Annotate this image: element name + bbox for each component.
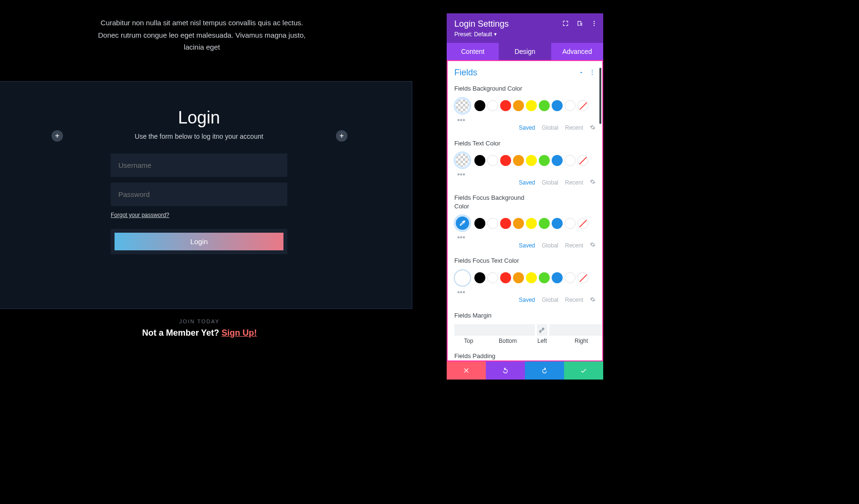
swatches-text (454, 152, 596, 168)
global-tab-text[interactable]: Global (542, 179, 558, 186)
recent-tab-fbg[interactable]: Recent (565, 242, 583, 249)
swatch-empty[interactable] (565, 155, 576, 166)
member-line: Not a Member Yet? Sign Up! (0, 328, 399, 338)
recent-tab-ft[interactable]: Recent (565, 297, 583, 303)
gear-icon[interactable] (590, 242, 596, 249)
swatch-red[interactable] (500, 100, 511, 111)
swatch-current-bg[interactable] (454, 98, 471, 114)
swatch-none[interactable] (577, 155, 588, 166)
link-icon[interactable] (537, 324, 547, 336)
swatch-none[interactable] (577, 100, 588, 111)
swatch-yellow[interactable] (526, 272, 537, 283)
redo-button[interactable] (525, 361, 564, 380)
swatch-black[interactable] (474, 155, 485, 166)
gear-icon[interactable] (590, 297, 596, 304)
recent-tab-bg[interactable]: Recent (565, 124, 583, 131)
swatch-orange[interactable] (513, 100, 524, 111)
swatch-red[interactable] (500, 155, 511, 166)
swatch-black[interactable] (474, 100, 485, 111)
swatch-white[interactable] (487, 218, 498, 229)
chevron-up-icon[interactable] (578, 69, 584, 77)
panel-header[interactable]: Login Settings Preset: Default▼ (447, 13, 603, 43)
more-swatches-focus-bg[interactable]: ••• (457, 233, 596, 242)
swatch-green[interactable] (539, 100, 550, 111)
swatch-black[interactable] (474, 218, 485, 229)
login-subtitle: Use the form below to log itno your acco… (111, 133, 287, 140)
swatch-yellow[interactable] (526, 100, 537, 111)
swatch-blue[interactable] (552, 100, 563, 111)
settings-panel: Login Settings Preset: Default▼ Content … (447, 13, 603, 380)
gear-icon[interactable] (590, 179, 596, 186)
more-swatches-text[interactable]: ••• (457, 170, 596, 179)
swatch-green[interactable] (539, 218, 550, 229)
swatch-red[interactable] (500, 218, 511, 229)
global-tab-bg[interactable]: Global (542, 124, 558, 131)
undo-button[interactable] (486, 361, 525, 380)
saved-tab-bg[interactable]: Saved (519, 124, 535, 131)
svg-point-1 (594, 23, 595, 24)
eyedropper-icon[interactable] (454, 215, 471, 231)
panel-footer (447, 361, 603, 380)
saved-tab-fbg[interactable]: Saved (519, 242, 535, 249)
swatch-yellow[interactable] (526, 218, 537, 229)
save-button[interactable] (564, 361, 603, 380)
swatch-empty[interactable] (565, 218, 576, 229)
cancel-button[interactable] (447, 361, 486, 380)
margin-bottom-input[interactable] (549, 324, 603, 336)
scrollbar[interactable] (599, 68, 601, 124)
swatch-white[interactable] (487, 272, 498, 283)
label-fields-padding: Fields Padding (454, 352, 596, 360)
section-kebab-icon[interactable]: ⋮ (589, 69, 596, 77)
swatch-none[interactable] (577, 272, 588, 283)
preset-dropdown[interactable]: Preset: Default▼ (454, 29, 596, 38)
responsive-icon[interactable] (576, 20, 583, 29)
global-tab-ft[interactable]: Global (542, 297, 558, 303)
more-swatches-bg[interactable]: ••• (457, 116, 596, 124)
gear-icon[interactable] (590, 124, 596, 132)
swatch-blue[interactable] (552, 218, 563, 229)
swatch-red[interactable] (500, 272, 511, 283)
more-swatches-focus-text[interactable]: ••• (457, 288, 596, 297)
swatch-orange[interactable] (513, 272, 524, 283)
label-fields-bg: Fields Background Color (454, 84, 596, 93)
username-input[interactable] (111, 154, 287, 177)
swatch-current-focus-text[interactable] (454, 270, 471, 286)
swatch-white[interactable] (487, 155, 498, 166)
swatch-black[interactable] (474, 272, 485, 283)
kebab-icon[interactable] (591, 20, 597, 29)
saved-tab-text[interactable]: Saved (519, 179, 535, 186)
swatch-green[interactable] (539, 272, 550, 283)
label-top: Top (454, 338, 483, 344)
add-module-right[interactable]: + (336, 130, 347, 142)
swatch-white[interactable] (487, 100, 498, 111)
label-fields-text: Fields Text Color (454, 139, 596, 148)
intro-text: Curabitur non nulla sit amet nisl tempus… (90, 17, 314, 53)
forgot-password-link[interactable]: Forgot your password? (111, 212, 287, 218)
password-input[interactable] (111, 183, 287, 206)
swatch-green[interactable] (539, 155, 550, 166)
swatch-current-text[interactable] (454, 152, 471, 168)
global-tab-fbg[interactable]: Global (542, 242, 558, 249)
swatch-blue[interactable] (552, 272, 563, 283)
swatch-blue[interactable] (552, 155, 563, 166)
margin-top-input[interactable] (454, 324, 535, 336)
signup-link[interactable]: Sign Up! (221, 328, 257, 338)
join-today-block: Join Today Not a Member Yet? Sign Up! (0, 319, 399, 338)
login-button[interactable]: Login (115, 233, 283, 250)
swatch-yellow[interactable] (526, 155, 537, 166)
swatch-empty[interactable] (565, 100, 576, 111)
tab-advanced[interactable]: Advanced (551, 43, 603, 60)
swatch-orange[interactable] (513, 218, 524, 229)
label-fields-focus-bg: Fields Focus Background Color (454, 194, 526, 210)
section-title-fields[interactable]: Fields (454, 68, 477, 78)
recent-tab-text[interactable]: Recent (565, 179, 583, 186)
add-module-left[interactable]: + (52, 130, 63, 142)
expand-icon[interactable] (562, 20, 569, 29)
saved-tab-ft[interactable]: Saved (519, 297, 535, 303)
tab-content[interactable]: Content (447, 43, 499, 60)
swatch-orange[interactable] (513, 155, 524, 166)
swatch-empty[interactable] (565, 272, 576, 283)
tab-design[interactable]: Design (499, 43, 551, 60)
label-fields-margin: Fields Margin (454, 311, 596, 320)
swatch-none[interactable] (577, 218, 588, 229)
